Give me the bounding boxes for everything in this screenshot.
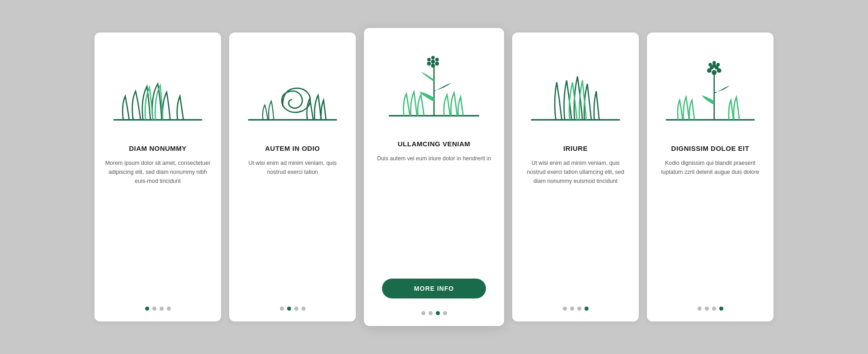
dot-5-4 — [719, 307, 723, 311]
dot-1-1 — [145, 307, 149, 311]
card-5-icon — [656, 46, 764, 136]
card-2: AUTEM IN ODIO Ut wisi enim ad minim veni… — [229, 33, 356, 321]
svg-point-6 — [427, 61, 431, 65]
card-1-dots — [145, 301, 171, 311]
dot-3-2 — [429, 311, 433, 315]
card-3-text: Duis autem vel eum iriure dolor in hendr… — [377, 154, 491, 270]
svg-point-5 — [435, 61, 439, 65]
svg-point-21 — [717, 63, 720, 66]
dot-2-2 — [287, 307, 291, 311]
dot-5-1 — [698, 307, 702, 311]
card-1-text: Morem ipsum dolor sit amet, consectetuer… — [104, 158, 212, 292]
card-2-icon — [238, 46, 347, 136]
svg-point-20 — [708, 63, 712, 66]
dot-2-3 — [294, 307, 298, 311]
card-3: ULLAMCING VENIAM Duis autem vel eum iriu… — [364, 28, 504, 326]
card-2-dots — [280, 301, 306, 311]
main-container: DIAM NONUMMY Morem ipsum dolor sit amet,… — [0, 10, 868, 344]
dot-3-4 — [443, 311, 447, 315]
svg-point-4 — [431, 64, 435, 68]
dot-5-3 — [712, 307, 716, 311]
card-1-title: DIAM NONUMMY — [129, 144, 187, 152]
card-1: DIAM NONUMMY Morem ipsum dolor sit amet,… — [94, 33, 221, 321]
dot-3-3 — [436, 311, 440, 315]
dot-2-1 — [280, 307, 284, 311]
dot-4-3 — [577, 307, 581, 311]
card-3-dots — [421, 306, 447, 315]
more-info-button[interactable]: MORE INFO — [382, 279, 486, 298]
dot-2-4 — [302, 307, 306, 311]
card-4-icon — [521, 46, 630, 136]
dot-4-4 — [585, 307, 589, 311]
svg-point-9 — [427, 58, 431, 61]
card-4-text: Ut wisi enim ad minim veniam, quis nostr… — [521, 158, 630, 292]
card-3-title: ULLAMCING VENIAM — [398, 140, 471, 148]
svg-point-22 — [712, 61, 716, 65]
dot-1-2 — [152, 307, 156, 311]
dot-5-2 — [705, 307, 709, 311]
dot-1-3 — [160, 307, 164, 311]
card-5: DIGNISSIM DOLOE EIT Kodio dignissim qui … — [647, 33, 774, 321]
dot-3-1 — [421, 311, 425, 315]
svg-point-8 — [435, 58, 439, 61]
card-1-icon — [104, 46, 212, 136]
card-3-icon — [373, 42, 495, 132]
card-2-title: AUTEM IN ODIO — [265, 144, 320, 152]
dot-4-2 — [570, 307, 574, 311]
svg-point-7 — [431, 60, 435, 64]
card-5-text: Kodio dignissim qui blandit praesent lup… — [656, 158, 764, 292]
card-4-title: IRIURE — [563, 144, 588, 152]
card-2-text: Ut wisi enim ad minim veniam, quis nostr… — [238, 158, 347, 292]
card-4: IRIURE Ut wisi enim ad minim veniam, qui… — [512, 33, 639, 321]
svg-point-10 — [431, 56, 435, 60]
card-4-dots — [563, 301, 589, 311]
svg-point-14 — [712, 70, 717, 75]
dot-1-4 — [167, 307, 171, 311]
dot-4-1 — [563, 307, 567, 311]
card-5-title: DIGNISSIM DOLOE EIT — [671, 144, 750, 152]
card-5-dots — [698, 301, 723, 311]
